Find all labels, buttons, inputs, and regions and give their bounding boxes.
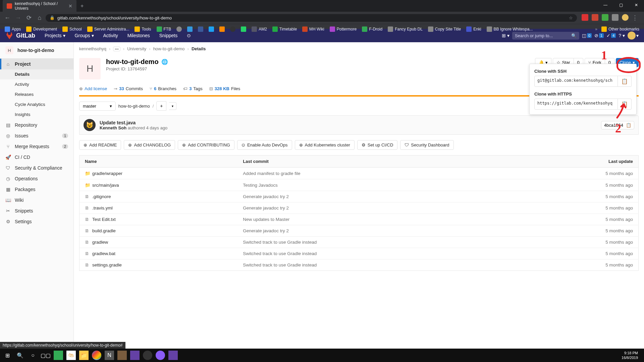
bookmark[interactable]: Copy Site Title xyxy=(427,26,462,33)
task-view[interactable]: ▢▢ xyxy=(41,351,50,360)
taskbar-chrome[interactable] xyxy=(92,351,101,360)
nav-snippets[interactable]: Snippets xyxy=(155,29,181,42)
commit-link[interactable]: Added manifest to gradle file xyxy=(243,171,300,176)
bookmark[interactable] xyxy=(229,26,237,33)
commit-link[interactable]: Switched track to use Gradle instead xyxy=(243,251,317,256)
sidebar-sub-cycle[interactable]: Cycle Analytics xyxy=(0,100,73,110)
action-button[interactable]: ⊕Add CHANGELOG xyxy=(124,140,175,150)
sidebar-sub-details[interactable]: Details xyxy=(0,69,73,79)
taskbar-app[interactable]: N xyxy=(105,351,114,360)
ext-icon[interactable] xyxy=(612,14,619,21)
nav-ops[interactable]: ⊙ xyxy=(183,29,195,42)
ext-icon[interactable] xyxy=(582,14,588,21)
branch-selector[interactable]: master▾ xyxy=(79,102,116,111)
nav-back[interactable]: ← xyxy=(3,13,12,22)
avatar-icon[interactable] xyxy=(622,14,629,21)
help-dropdown[interactable]: ? ▾ xyxy=(619,33,625,38)
sidebar-sub-insights[interactable]: Insights xyxy=(0,110,73,120)
commit-sha[interactable]: 4bca1564 📋 xyxy=(601,121,634,129)
commit-link[interactable]: New updates to Master xyxy=(243,217,289,222)
breadcrumb-item[interactable]: University xyxy=(127,46,146,51)
taskbar-app[interactable] xyxy=(143,351,152,360)
commit-link[interactable]: Switched track to use Gradle instead xyxy=(243,240,317,245)
system-clock[interactable]: 9:18 PM 16/8/2019 xyxy=(622,351,641,360)
clone-ssh-url[interactable]: git@gitlab.com:kennethsohyq/sch xyxy=(534,76,618,87)
issues-shortcut[interactable]: ◫ 0 xyxy=(582,33,592,38)
action-button[interactable]: ⊕Add README xyxy=(79,140,121,150)
window-minimize[interactable]: — xyxy=(598,0,613,10)
action-button[interactable]: ⊙Enable Auto DevOps xyxy=(237,140,292,150)
copy-icon[interactable]: 📋 xyxy=(626,123,631,128)
sidebar-item-issues[interactable]: ◎Issues1 xyxy=(0,130,73,141)
sidebar-item-mr[interactable]: ⑂Merge Requests2 xyxy=(0,141,73,152)
bookmark[interactable]: Timetable xyxy=(271,26,298,33)
nav-reload[interactable]: ⟳ xyxy=(24,13,34,22)
nav-projects[interactable]: Projects ▾ xyxy=(41,29,69,42)
commit-link[interactable]: Testing Javadocs xyxy=(243,183,278,188)
gitlab-logo[interactable]: GitLab xyxy=(5,32,35,40)
commit-link[interactable]: Generate javadoc try 2 xyxy=(243,228,289,233)
taskbar-app[interactable]: 🛍 xyxy=(66,351,76,360)
star-icon[interactable]: ☆ xyxy=(569,15,573,20)
sidebar-item-settings[interactable]: ⚙Settings xyxy=(0,216,73,227)
file-link[interactable]: 🗎gradlew xyxy=(85,240,232,245)
taskbar-app[interactable] xyxy=(117,351,127,360)
clone-https-url[interactable]: https://gitlab.com/kennethsohyq xyxy=(534,99,618,110)
sidebar-item-repository[interactable]: ▤Repository xyxy=(0,120,73,130)
file-link[interactable]: 🗎Test Edit.txt xyxy=(85,217,232,222)
sidebar-sub-releases[interactable]: Releases xyxy=(0,89,73,100)
cortana-button[interactable]: ○ xyxy=(28,351,38,360)
browser-tab[interactable]: kennethsohyq / School / Univers ✕ xyxy=(3,0,76,13)
commit-link[interactable]: Generate javadoc try 2 xyxy=(243,194,289,199)
breadcrumb-more[interactable]: ••• xyxy=(113,47,120,51)
bookmark[interactable]: AM2 xyxy=(250,26,268,33)
taskbar-app[interactable] xyxy=(54,351,63,360)
file-link[interactable]: 📁src/main/java xyxy=(85,182,232,188)
tags-link[interactable]: 🏷3 Tags xyxy=(183,86,203,91)
ext-icon[interactable] xyxy=(592,14,598,21)
bookmark[interactable]: MH Wiki xyxy=(301,26,326,33)
taskbar-app[interactable] xyxy=(156,351,165,360)
path-root[interactable]: how-to-git-demo xyxy=(118,104,150,109)
file-link[interactable]: 🗎settings.gradle xyxy=(85,262,232,267)
action-button[interactable]: ⊕Add CONTRIBUTING xyxy=(178,140,234,150)
bookmark[interactable] xyxy=(197,26,205,33)
bookmark[interactable] xyxy=(207,26,215,33)
commits-link[interactable]: ⊸33 Commits xyxy=(114,86,143,91)
bookmark[interactable]: Fancy Epub DL xyxy=(386,26,424,33)
sidebar-sub-activity[interactable]: Activity xyxy=(0,79,73,89)
window-maximize[interactable]: ▢ xyxy=(613,0,629,10)
plus-dropdown[interactable]: ⊞ ▾ xyxy=(502,33,509,38)
sidebar-item-cicd[interactable]: 🚀CI / CD xyxy=(0,152,73,163)
breadcrumb-item[interactable]: kennethsohyq xyxy=(79,46,106,51)
sidebar-item-packages[interactable]: ▦Packages xyxy=(0,184,73,195)
nav-groups[interactable]: Groups ▾ xyxy=(71,29,98,42)
bookmark[interactable]: Pottermore xyxy=(328,26,358,33)
todos-shortcut[interactable]: ✓ 4 xyxy=(606,33,616,38)
file-link[interactable]: 🗎build.gradle xyxy=(85,228,232,233)
taskbar-explorer[interactable]: 📁 xyxy=(79,351,89,360)
copy-https-button[interactable]: 📋 xyxy=(618,99,632,110)
action-button[interactable]: ⚙Set up CI/CD xyxy=(357,140,398,150)
bookmark[interactable] xyxy=(239,26,248,33)
bookmark[interactable] xyxy=(218,26,226,33)
branches-link[interactable]: ⑂6 Branches xyxy=(150,86,176,91)
start-button[interactable]: ⊞ xyxy=(3,351,12,360)
file-link[interactable]: 🗎gradlew.bat xyxy=(85,251,232,256)
sidebar-item-project[interactable]: ⌂Project xyxy=(0,59,73,69)
taskbar-app[interactable] xyxy=(130,351,140,360)
add-license-link[interactable]: ⊕Add license xyxy=(79,86,107,91)
copy-ssh-button[interactable]: 📋 xyxy=(618,76,632,87)
address-bar[interactable]: 🔒 gitlab.com/kennethsohyq/school/univers… xyxy=(46,14,577,22)
file-link[interactable]: 🗎.gitignore xyxy=(85,194,232,199)
breadcrumb-item[interactable]: how-to-git-demo xyxy=(153,46,185,51)
file-link[interactable]: 🗎.travis.yml xyxy=(85,205,232,210)
sidebar-item-operations[interactable]: ◷Operations xyxy=(0,173,73,184)
sidebar-item-snippets[interactable]: ✂Snippets xyxy=(0,205,73,216)
add-file-dropdown[interactable]: ▾ xyxy=(169,102,176,110)
new-tab-button[interactable]: + xyxy=(80,3,84,9)
user-menu[interactable]: ▾ xyxy=(628,32,639,40)
nav-forward[interactable]: → xyxy=(13,13,23,22)
commit-title[interactable]: Update test.java xyxy=(100,120,167,125)
file-link[interactable]: 📁gradle/wrapper xyxy=(85,171,232,176)
